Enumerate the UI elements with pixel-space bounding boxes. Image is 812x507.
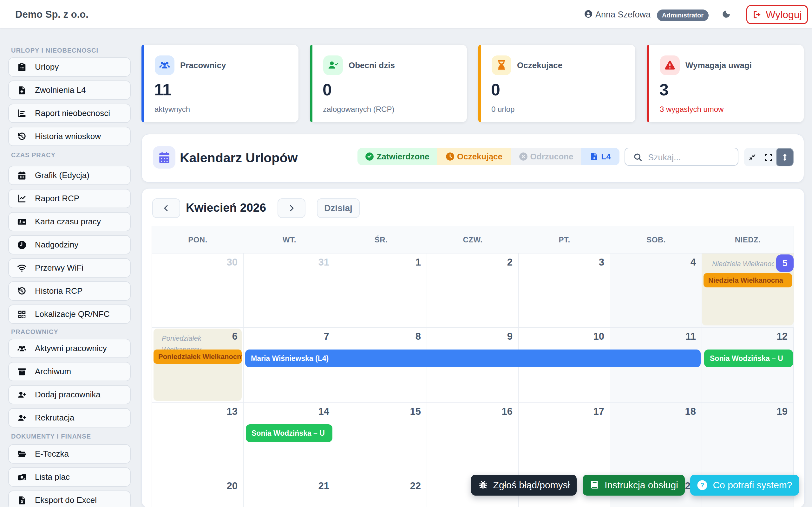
svg-text:?: ? (700, 482, 704, 489)
